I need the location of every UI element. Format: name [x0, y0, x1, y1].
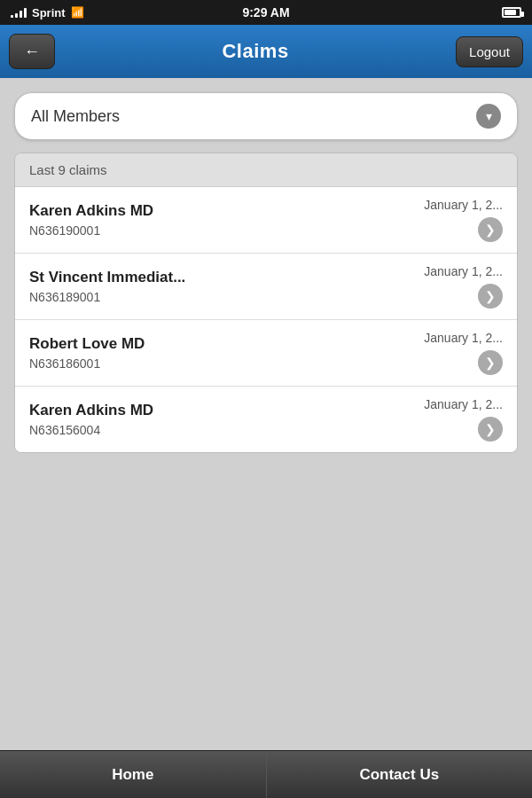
logout-button[interactable]: Logout	[456, 36, 523, 67]
claim-date: January 1, 2...	[424, 198, 503, 212]
claim-right: January 1, 2... ❯	[424, 264, 503, 309]
signal-bars-icon	[11, 7, 27, 18]
claims-container: Last 9 claims Karen Adkins MD N636190001…	[14, 153, 518, 453]
header: ← Claims Logout	[0, 25, 532, 78]
chevron-right-icon: ❯	[478, 217, 503, 242]
claim-row[interactable]: St Vincent Immediat... N636189001 Januar…	[15, 254, 517, 320]
dropdown-chevron-icon: ▾	[476, 104, 501, 129]
contact-nav-item[interactable]: Contact Us	[267, 751, 533, 798]
carrier-label: Sprint	[32, 6, 66, 20]
claim-row[interactable]: Robert Love MD N636186001 January 1, 2..…	[15, 320, 517, 387]
claim-name: Karen Adkins MD	[29, 402, 424, 419]
claim-right: January 1, 2... ❯	[424, 198, 503, 242]
claim-number: N636156004	[29, 423, 424, 437]
claim-info: Karen Adkins MD N636156004	[29, 402, 424, 437]
member-dropdown[interactable]: All Members ▾	[14, 92, 518, 140]
claim-right: January 1, 2... ❯	[424, 331, 503, 375]
claim-date: January 1, 2...	[424, 331, 503, 345]
claim-name: Karen Adkins MD	[29, 202, 424, 220]
claim-number: N636189001	[29, 290, 424, 304]
status-right	[502, 7, 521, 18]
chevron-down-icon: ▾	[486, 109, 492, 123]
page-title: Claims	[222, 40, 288, 63]
chevron-right-icon: ❯	[478, 284, 503, 309]
home-nav-item[interactable]: Home	[0, 751, 267, 798]
main-content: All Members ▾ Last 9 claims Karen Adkins…	[0, 78, 532, 750]
chevron-right-icon: ❯	[478, 417, 503, 442]
claim-number: N636186001	[29, 356, 424, 371]
claim-name: Robert Love MD	[29, 335, 424, 353]
chevron-right-icon: ❯	[478, 350, 503, 375]
claim-right: January 1, 2... ❯	[424, 397, 503, 442]
claim-info: Robert Love MD N636186001	[29, 335, 424, 371]
status-time: 9:29 AM	[242, 5, 289, 20]
wifi-icon: 📶	[71, 6, 84, 19]
back-button[interactable]: ←	[9, 34, 55, 69]
claim-info: St Vincent Immediat... N636189001	[29, 269, 424, 304]
member-dropdown-label: All Members	[31, 107, 120, 126]
home-label: Home	[112, 766, 153, 784]
claim-name: St Vincent Immediat...	[29, 269, 424, 286]
claim-number: N636190001	[29, 223, 424, 238]
claim-date: January 1, 2...	[424, 397, 503, 411]
status-bar: Sprint 📶 9:29 AM	[0, 0, 532, 25]
claim-row[interactable]: Karen Adkins MD N636156004 January 1, 2.…	[15, 387, 517, 452]
status-left: Sprint 📶	[11, 6, 84, 20]
claim-info: Karen Adkins MD N636190001	[29, 202, 424, 238]
back-arrow-icon: ←	[24, 43, 40, 61]
claim-date: January 1, 2...	[424, 264, 503, 278]
contact-label: Contact Us	[359, 766, 439, 784]
claims-header: Last 9 claims	[15, 153, 517, 187]
bottom-nav: Home Contact Us	[0, 750, 532, 798]
claim-row[interactable]: Karen Adkins MD N636190001 January 1, 2.…	[15, 187, 517, 254]
battery-icon	[502, 7, 521, 18]
